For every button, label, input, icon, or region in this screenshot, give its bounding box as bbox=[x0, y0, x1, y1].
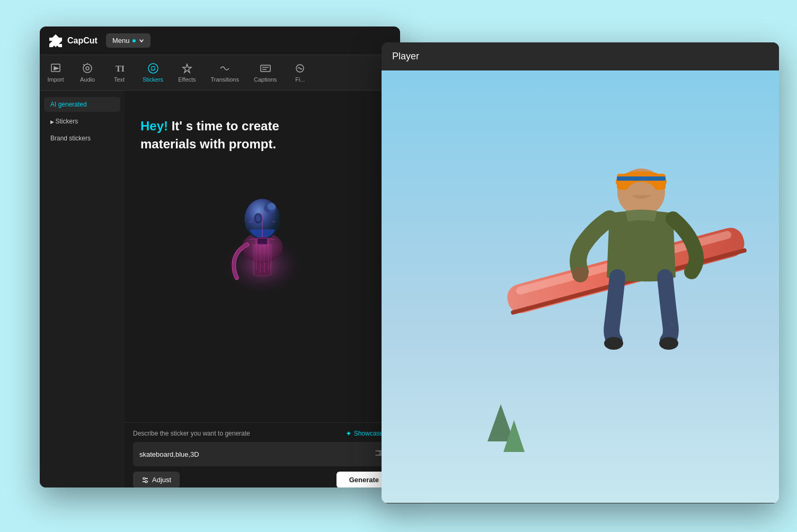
player-window: Player bbox=[382, 42, 779, 503]
transitions-icon bbox=[219, 63, 231, 74]
text-icon: TI bbox=[113, 63, 125, 74]
stickers-icon bbox=[147, 63, 159, 74]
adjust-icon bbox=[141, 476, 149, 484]
svg-text:TI: TI bbox=[116, 64, 125, 73]
snowboarder bbox=[472, 97, 779, 468]
toolbar-item-transitions[interactable]: Transitions bbox=[203, 59, 246, 86]
toolbar-item-captions[interactable]: Captions bbox=[246, 59, 284, 86]
toolbar-item-text-label: Text bbox=[114, 76, 125, 83]
menu-dot bbox=[132, 39, 136, 42]
promo-highlight: Hey! bbox=[140, 119, 168, 133]
generate-label-row: Describe the sticker you want to generat… bbox=[133, 429, 392, 438]
prompt-input[interactable] bbox=[139, 450, 374, 458]
snowboarder-illustration bbox=[472, 97, 779, 468]
main-panel: Hey! It' s time to create materials with… bbox=[125, 91, 400, 487]
capcut-logo-icon bbox=[48, 33, 63, 48]
svg-point-47 bbox=[659, 337, 678, 350]
toolbar-item-stickers-label: Stickers bbox=[143, 76, 163, 83]
svg-point-26 bbox=[256, 215, 261, 221]
svg-rect-10 bbox=[261, 65, 270, 72]
robot-illustration bbox=[209, 163, 315, 296]
generate-area: Describe the sticker you want to generat… bbox=[125, 422, 400, 487]
toolbar-item-audio-label: Audio bbox=[80, 76, 95, 83]
toolbar-item-fi-label: Fi... bbox=[295, 76, 305, 83]
logo: CapCut bbox=[48, 33, 98, 48]
toolbar-item-audio[interactable]: Audio bbox=[72, 59, 103, 86]
sparkle-icon: ✦ bbox=[346, 429, 352, 438]
captions-icon bbox=[260, 63, 271, 74]
svg-marker-9 bbox=[183, 64, 191, 73]
player-header: Player bbox=[382, 42, 779, 70]
sidebar-item-stickers[interactable]: Stickers bbox=[44, 114, 120, 129]
sidebar: AI generated Stickers Brand stickers bbox=[40, 91, 125, 487]
svg-point-36 bbox=[145, 481, 147, 483]
app-header: CapCut Menu bbox=[40, 26, 400, 55]
robot-image bbox=[209, 163, 315, 296]
svg-marker-1 bbox=[54, 67, 58, 70]
toolbar-item-captions-label: Captions bbox=[254, 76, 277, 83]
fi-icon bbox=[294, 63, 306, 74]
chevron-down-icon bbox=[139, 38, 144, 43]
generate-label: Generate bbox=[349, 476, 379, 484]
toolbar-item-transitions-label: Transitions bbox=[211, 76, 239, 83]
adjust-button[interactable]: Adjust bbox=[133, 472, 180, 487]
generate-description-label: Describe the sticker you want to generat… bbox=[133, 430, 250, 437]
menu-button[interactable]: Menu bbox=[106, 33, 151, 48]
effects-icon bbox=[181, 63, 193, 74]
audio-icon bbox=[82, 63, 93, 74]
prompt-input-row bbox=[133, 442, 392, 466]
player-title: Player bbox=[392, 51, 419, 61]
toolbar-item-text[interactable]: TI Text bbox=[103, 59, 135, 86]
svg-rect-43 bbox=[617, 176, 666, 181]
showcase-label: Showcase bbox=[354, 430, 383, 437]
svg-point-45 bbox=[572, 267, 588, 282]
promo-text: Hey! It' s time to create materials with… bbox=[140, 117, 289, 153]
sidebar-item-ai-generated[interactable]: AI generated bbox=[44, 97, 120, 112]
promo-area: Hey! It' s time to create materials with… bbox=[125, 91, 400, 422]
import-icon bbox=[50, 63, 61, 74]
svg-point-46 bbox=[604, 337, 623, 350]
sidebar-item-brand-stickers[interactable]: Brand stickers bbox=[44, 131, 120, 146]
logo-text: CapCut bbox=[67, 36, 98, 46]
svg-point-32 bbox=[268, 203, 276, 210]
toolbar-item-stickers[interactable]: Stickers bbox=[135, 59, 171, 86]
main-window: CapCut Menu Import A bbox=[40, 26, 400, 487]
svg-point-35 bbox=[143, 477, 145, 480]
toolbar-item-import-label: Import bbox=[47, 76, 64, 83]
toolbar: Import Audio TI Text bbox=[40, 55, 400, 91]
menu-label: Menu bbox=[112, 37, 130, 45]
toolbar-item-import[interactable]: Import bbox=[40, 59, 72, 86]
snowboard-scene bbox=[382, 70, 779, 503]
svg-point-6 bbox=[148, 64, 158, 73]
adjust-label: Adjust bbox=[152, 476, 171, 484]
player-content bbox=[382, 70, 779, 503]
action-row: Adjust Generate bbox=[133, 472, 392, 487]
content-area: AI generated Stickers Brand stickers Hey… bbox=[40, 91, 400, 487]
toolbar-item-effects[interactable]: Effects bbox=[171, 59, 203, 86]
svg-point-3 bbox=[86, 67, 89, 70]
toolbar-item-fi[interactable]: Fi... bbox=[284, 59, 316, 86]
toolbar-item-effects-label: Effects bbox=[178, 76, 196, 83]
